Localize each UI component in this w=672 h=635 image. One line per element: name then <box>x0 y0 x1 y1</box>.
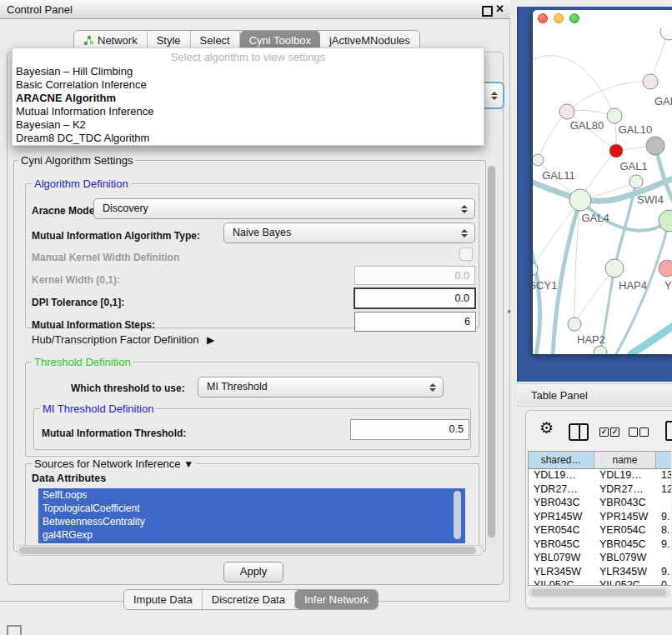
checked-box-icon[interactable]: ✓ <box>610 428 619 437</box>
unchecked-box-icon[interactable] <box>639 428 649 437</box>
column-header[interactable]: name <box>594 452 656 468</box>
tab-infer-network[interactable]: Infer Network <box>295 590 378 609</box>
network-node-y[interactable] <box>659 260 672 277</box>
data-attributes-list[interactable]: SelfLoopsTopologicalCoefficientBetweenne… <box>38 488 465 543</box>
algorithm-option[interactable]: Basic Correlation Inference <box>13 78 484 92</box>
aracne-mode-select[interactable]: Discovery <box>93 198 475 219</box>
table-row[interactable]: YIL052CYIL052C0 <box>529 579 671 586</box>
zoom-light[interactable] <box>569 13 579 23</box>
gear-icon[interactable]: ⚙ <box>539 420 554 436</box>
table-horizontal-scrollbar[interactable] <box>529 588 670 598</box>
scrollbar-thumb[interactable] <box>488 166 495 538</box>
table-panel-title: Table Panel <box>531 389 588 402</box>
apply-button[interactable]: Apply <box>223 562 283 582</box>
which-threshold-select[interactable]: MI Threshold <box>198 377 444 398</box>
scrollbar-thumb[interactable] <box>531 589 666 596</box>
sources-title[interactable]: Sources for Network Inference ▼ <box>32 458 196 470</box>
network-node-swi4[interactable] <box>629 175 643 188</box>
table-cell: 9. <box>656 566 671 580</box>
table-cell: YPR145W <box>594 511 656 525</box>
network-node[interactable] <box>646 137 664 155</box>
attribute-item[interactable]: BetweennessCentrality <box>38 515 465 528</box>
mi-threshold-field[interactable]: 0.5 <box>350 419 469 440</box>
algorithm-definition-title: Algorithm Definition <box>32 178 131 190</box>
float-window-icon[interactable] <box>482 6 493 17</box>
combo-arrows-icon <box>429 383 436 392</box>
mi-steps-field[interactable]: 6 <box>354 312 476 332</box>
tab-impute-data[interactable]: Impute Data <box>124 590 203 609</box>
table-row[interactable]: YER054CYER054C8. <box>529 524 671 538</box>
table-row[interactable]: YDR27…YDR27…12 <box>529 483 671 498</box>
unchecked-box-icon[interactable] <box>629 428 638 437</box>
table-row[interactable]: YBL079WYBL079W <box>529 552 671 566</box>
table-cell: YBR045C <box>529 538 594 552</box>
list-scrollbar[interactable] <box>454 491 461 539</box>
algorithm-option[interactable]: ARACNE Algorithm <box>13 92 484 105</box>
split-pane-handle[interactable]: ▸ <box>508 307 512 315</box>
network-node[interactable] <box>594 346 607 354</box>
which-threshold-label: Which threshold to use: <box>71 382 185 394</box>
table-cell <box>656 552 671 566</box>
close-light[interactable] <box>538 13 548 23</box>
network-node[interactable] <box>660 28 672 40</box>
network-node-hap4[interactable] <box>605 259 624 278</box>
collapsed-panel-icon[interactable] <box>7 625 22 635</box>
table-row[interactable]: YDL19…YDL19…13 <box>529 469 671 483</box>
table-cell: 9. <box>656 511 671 525</box>
network-node-gal1[interactable] <box>609 144 623 158</box>
settings-horizontal-scrollbar[interactable] <box>17 545 484 556</box>
algorithm-option[interactable]: Dream8 DC_TDC Algorithm <box>13 132 484 145</box>
network-node-gal[interactable] <box>643 74 658 89</box>
node-label: GCY1 <box>533 279 557 292</box>
settings-vertical-scrollbar[interactable] <box>487 164 496 546</box>
document-icon[interactable] <box>665 421 672 441</box>
kernel-width-label: Kernel Width (0,1): <box>32 274 120 286</box>
combo-arrows-icon <box>461 205 468 213</box>
algorithm-option[interactable]: Bayesian – K2 <box>13 118 484 132</box>
algorithm-option[interactable]: Mutual Information Inference <box>13 105 484 118</box>
table-row[interactable]: YPR145WYPR145W9. <box>529 511 671 525</box>
table-panel-window: ⚙ ✓ ✓ shared…nameA YDL19…YDL19…13YDR27…Y… <box>525 410 672 608</box>
column-header[interactable]: shared… <box>529 452 594 468</box>
disclosure-right-icon[interactable]: ▶ <box>207 334 214 346</box>
node-label: GAL <box>654 95 672 108</box>
network-node-gal80[interactable] <box>559 104 574 119</box>
network-node-hap2[interactable] <box>568 318 581 331</box>
scrollbar-thumb[interactable] <box>19 547 476 554</box>
hub-definition-toggle[interactable]: Hub/Transcription Factor Definition ▶ <box>32 333 214 346</box>
manual-kernel-checkbox[interactable] <box>459 248 473 261</box>
close-icon[interactable]: ✕ <box>495 2 504 15</box>
checked-box-icon[interactable]: ✓ <box>599 428 609 437</box>
control-panel-titlebar[interactable]: Control Panel ✕ <box>0 0 510 19</box>
network-node[interactable] <box>659 210 672 232</box>
network-window[interactable]: GALGAL80GAL10GAL11GAL1SWI4GAL4GCY1HAP4YH… <box>533 10 672 354</box>
column-view-icon[interactable] <box>569 423 589 441</box>
dpi-tolerance-field[interactable]: 0.0 <box>354 288 476 309</box>
table-row[interactable]: YLR345WYLR345W9. <box>529 566 671 580</box>
attribute-item[interactable]: SelfLoops <box>38 488 465 502</box>
mi-threshold-label: Mutual Information Threshold: <box>42 428 186 439</box>
mi-type-select[interactable]: Naive Bayes <box>223 222 475 243</box>
table-cell <box>656 497 671 511</box>
table-panel-header[interactable]: Table Panel <box>517 383 672 407</box>
column-header[interactable]: A <box>656 452 671 468</box>
combo-arrows-icon <box>491 92 498 100</box>
tab-discretize-data[interactable]: Discretize Data <box>203 590 295 609</box>
network-node-gal4[interactable] <box>569 189 591 211</box>
table-row[interactable]: YBR045CYBR045C9. <box>529 538 671 552</box>
table-cell: YBR045C <box>594 538 656 552</box>
table-row[interactable]: YBR043CYBR043C <box>529 497 671 511</box>
minimize-light[interactable] <box>554 13 564 23</box>
network-node-gal10[interactable] <box>607 108 622 123</box>
network-icon <box>83 35 94 46</box>
network-node-gal11[interactable] <box>533 154 544 166</box>
network-canvas[interactable]: GALGAL80GAL10GAL11GAL1SWI4GAL4GCY1HAP4YH… <box>533 28 672 354</box>
algorithm-option[interactable]: Bayesian – Hill Climbing <box>13 65 484 78</box>
attribute-item[interactable]: gal4RGexp <box>38 528 465 542</box>
node-label: HAP4 <box>619 279 647 292</box>
attribute-item[interactable]: TopologicalCoefficient <box>38 502 465 515</box>
disclosure-down-icon[interactable]: ▼ <box>183 458 193 470</box>
table-body: YDL19…YDL19…13YDR27…YDR27…12YBR043CYBR04… <box>529 469 671 586</box>
table-cell: YBL079W <box>594 552 656 566</box>
kernel-width-field[interactable]: 0.0 <box>354 266 475 285</box>
